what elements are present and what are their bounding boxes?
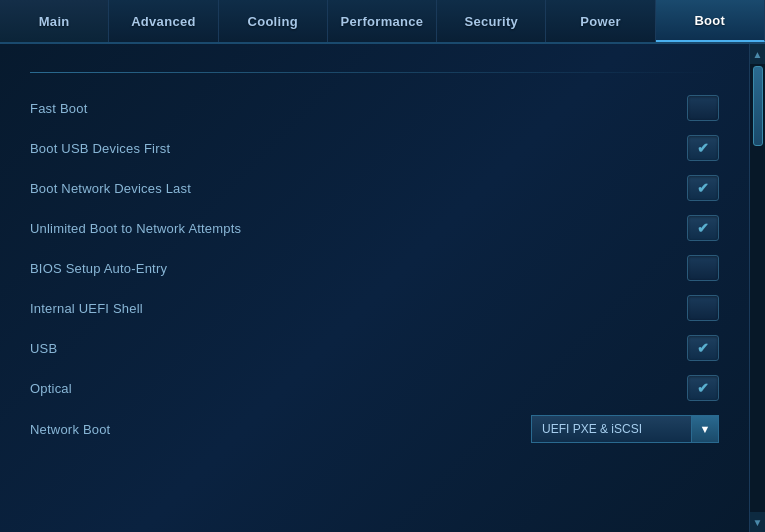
- setting-label-5: Internal UEFI Shell: [30, 301, 143, 316]
- setting-label-2: Boot Network Devices Last: [30, 181, 191, 196]
- setting-label-1: Boot USB Devices First: [30, 141, 170, 156]
- checkbox-4[interactable]: [687, 255, 719, 281]
- scroll-track: [750, 64, 765, 512]
- dropdown-wrapper-8: UEFI PXE & iSCSI▼: [531, 415, 719, 443]
- boot-panel: Fast BootBoot USB Devices First✔Boot Net…: [0, 44, 749, 532]
- setting-row-8: Network BootUEFI PXE & iSCSI▼: [30, 409, 719, 449]
- checkbox-2[interactable]: ✔: [687, 175, 719, 201]
- tab-main[interactable]: Main: [0, 0, 109, 42]
- checkbox-7[interactable]: ✔: [687, 375, 719, 401]
- tab-bar: MainAdvancedCoolingPerformanceSecurityPo…: [0, 0, 765, 44]
- setting-row-0: Fast Boot: [30, 89, 719, 127]
- setting-label-0: Fast Boot: [30, 101, 87, 116]
- setting-row-1: Boot USB Devices First✔: [30, 129, 719, 167]
- checkmark-2: ✔: [697, 181, 709, 195]
- section-divider: [30, 72, 719, 73]
- tab-boot[interactable]: Boot: [656, 0, 765, 42]
- scroll-thumb[interactable]: [753, 66, 763, 146]
- checkbox-5[interactable]: [687, 295, 719, 321]
- tab-advanced[interactable]: Advanced: [109, 0, 218, 42]
- setting-row-2: Boot Network Devices Last✔: [30, 169, 719, 207]
- checkbox-6[interactable]: ✔: [687, 335, 719, 361]
- tab-security[interactable]: Security: [437, 0, 546, 42]
- checkbox-0[interactable]: [687, 95, 719, 121]
- dropdown-arrow-8[interactable]: ▼: [691, 415, 719, 443]
- setting-row-3: Unlimited Boot to Network Attempts✔: [30, 209, 719, 247]
- dropdown-value-8[interactable]: UEFI PXE & iSCSI: [531, 415, 691, 443]
- tab-performance[interactable]: Performance: [328, 0, 437, 42]
- setting-row-7: Optical✔: [30, 369, 719, 407]
- setting-label-8: Network Boot: [30, 422, 110, 437]
- checkbox-1[interactable]: ✔: [687, 135, 719, 161]
- scrollbar: ▲ ▼: [749, 44, 765, 532]
- setting-label-7: Optical: [30, 381, 72, 396]
- checkmark-7: ✔: [697, 381, 709, 395]
- tab-power[interactable]: Power: [546, 0, 655, 42]
- setting-label-4: BIOS Setup Auto-Entry: [30, 261, 167, 276]
- scroll-down-arrow[interactable]: ▼: [750, 512, 766, 532]
- scroll-up-arrow[interactable]: ▲: [750, 44, 766, 64]
- setting-row-4: BIOS Setup Auto-Entry: [30, 249, 719, 287]
- checkmark-3: ✔: [697, 221, 709, 235]
- content-area: Fast BootBoot USB Devices First✔Boot Net…: [0, 44, 765, 532]
- setting-label-6: USB: [30, 341, 57, 356]
- checkmark-6: ✔: [697, 341, 709, 355]
- setting-row-5: Internal UEFI Shell: [30, 289, 719, 327]
- tab-cooling[interactable]: Cooling: [219, 0, 328, 42]
- checkbox-3[interactable]: ✔: [687, 215, 719, 241]
- setting-row-6: USB✔: [30, 329, 719, 367]
- checkmark-1: ✔: [697, 141, 709, 155]
- setting-label-3: Unlimited Boot to Network Attempts: [30, 221, 241, 236]
